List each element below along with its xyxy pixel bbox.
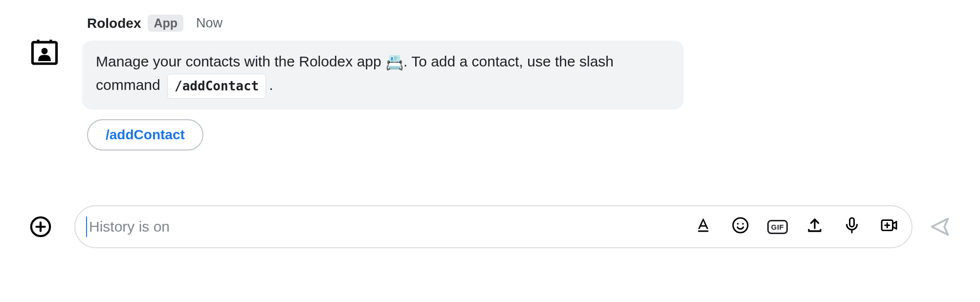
gif-button[interactable]: GIF	[769, 218, 786, 236]
mic-button[interactable]	[843, 218, 861, 236]
contact-card-icon	[29, 55, 60, 70]
text-caret	[86, 216, 87, 237]
upload-button[interactable]	[806, 218, 824, 236]
text-format-icon	[694, 216, 712, 237]
upload-icon	[806, 216, 824, 237]
svg-point-3	[42, 48, 48, 54]
message-bubble: Manage your contacts with the Rolodex ap…	[82, 41, 684, 109]
composer-row: History is on	[29, 205, 951, 248]
add-contact-chip[interactable]: /addContact	[87, 119, 203, 151]
input-placeholder: History is on	[89, 218, 694, 235]
card-index-emoji: 📇	[385, 51, 403, 74]
send-icon	[929, 225, 951, 240]
plus-circle-icon	[29, 226, 52, 241]
mic-icon	[843, 216, 861, 237]
author-name: Rolodex	[87, 16, 141, 31]
svg-point-7	[733, 218, 748, 233]
svg-point-9	[742, 223, 744, 225]
message-header: Rolodex App Now	[82, 15, 921, 32]
emoji-icon	[732, 216, 749, 237]
message-text-1: Manage your contacts with the Rolodex ap…	[96, 53, 385, 69]
add-attachment-button[interactable]	[29, 216, 52, 238]
slash-command-code: /addContact	[167, 74, 266, 98]
message-input[interactable]: History is on	[74, 205, 913, 248]
message-timestamp: Now	[196, 16, 223, 31]
message-text-3: .	[269, 77, 273, 93]
text-format-button[interactable]	[694, 218, 712, 236]
emoji-button[interactable]	[732, 218, 749, 236]
video-meeting-button[interactable]	[880, 218, 898, 236]
chat-message-row: Rolodex App Now Manage your contacts wit…	[0, 15, 980, 151]
composer-toolbar: GIF	[694, 218, 898, 236]
svg-point-8	[737, 223, 739, 225]
app-avatar	[29, 37, 60, 67]
gif-icon: GIF	[767, 220, 788, 234]
svg-rect-10	[850, 218, 854, 227]
video-plus-icon	[880, 216, 898, 237]
app-badge: App	[148, 15, 183, 32]
send-button[interactable]	[929, 216, 951, 237]
